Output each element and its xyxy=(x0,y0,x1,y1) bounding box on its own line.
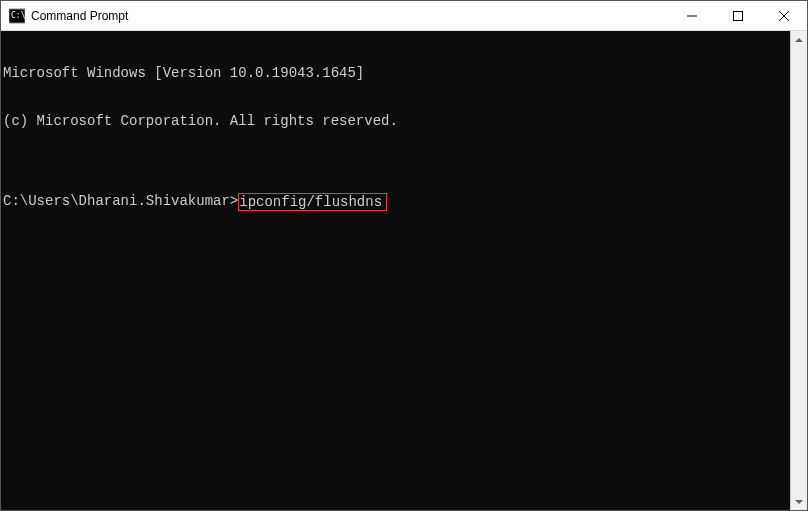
command-highlight: ipconfig/flushdns xyxy=(238,193,387,211)
svg-marker-7 xyxy=(795,500,803,504)
output-line: Microsoft Windows [Version 10.0.19043.16… xyxy=(3,65,790,81)
minimize-button[interactable] xyxy=(669,1,715,30)
svg-rect-3 xyxy=(734,11,743,20)
svg-marker-6 xyxy=(795,38,803,42)
close-button[interactable] xyxy=(761,1,807,30)
scroll-down-button[interactable] xyxy=(791,493,807,510)
prompt-line: C:\Users\Dharani.Shivakumar>ipconfig/flu… xyxy=(3,193,790,211)
terminal-wrap: Microsoft Windows [Version 10.0.19043.16… xyxy=(1,31,807,510)
terminal[interactable]: Microsoft Windows [Version 10.0.19043.16… xyxy=(1,31,790,510)
window-title: Command Prompt xyxy=(31,9,669,23)
command-prompt-window: C:\ Command Prompt Microsoft Windows [Ve… xyxy=(0,0,808,511)
output-line: (c) Microsoft Corporation. All rights re… xyxy=(3,113,790,129)
svg-text:C:\: C:\ xyxy=(11,11,25,20)
vertical-scrollbar[interactable] xyxy=(790,31,807,510)
maximize-button[interactable] xyxy=(715,1,761,30)
titlebar[interactable]: C:\ Command Prompt xyxy=(1,1,807,31)
scroll-track[interactable] xyxy=(791,48,807,493)
window-controls xyxy=(669,1,807,30)
cmd-icon: C:\ xyxy=(9,8,25,24)
scroll-up-button[interactable] xyxy=(791,31,807,48)
prompt: C:\Users\Dharani.Shivakumar> xyxy=(3,193,238,209)
